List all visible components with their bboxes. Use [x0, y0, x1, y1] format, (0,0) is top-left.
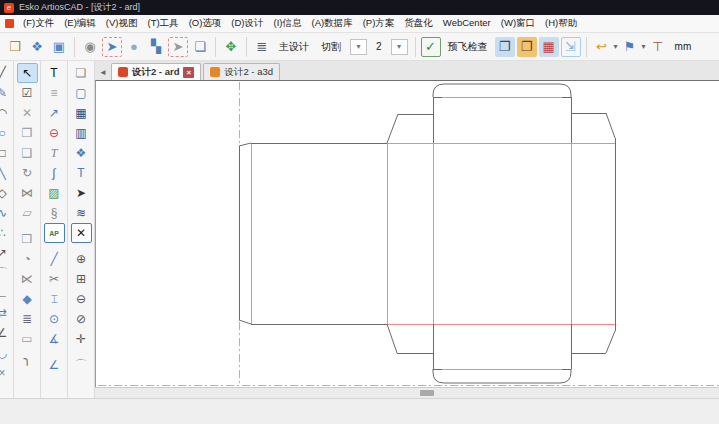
layer-stack-tool[interactable]: ≣ [17, 309, 38, 329]
line-tool[interactable]: ╱ [0, 63, 13, 83]
angle-tool[interactable]: ∠ [0, 323, 13, 343]
scale-combo[interactable]: ▾ [391, 39, 408, 55]
horizontal-scrollbar[interactable] [95, 387, 719, 398]
menu-item-3[interactable]: (T)工具 [142, 15, 183, 30]
scale-tool[interactable]: ▱ [17, 203, 38, 223]
box-3d-tool[interactable]: ◆ [17, 289, 38, 309]
scrollbar-thumb[interactable] [420, 390, 434, 396]
database-info-icon[interactable]: ❏ [190, 37, 210, 57]
flag-dropdown-caret[interactable]: ▾ [642, 42, 646, 51]
dimension-tool[interactable]: ⊖ [44, 123, 65, 143]
menu-item-0[interactable]: (F)文件 [18, 15, 59, 30]
polygon-tool[interactable]: ◇ [0, 183, 13, 203]
cut-line[interactable] [606, 113, 615, 138]
layer-combo[interactable]: ▾ [350, 39, 367, 55]
duplicate-tool[interactable]: ❑ [17, 143, 38, 163]
pencil-tool[interactable]: ✎ [0, 83, 13, 103]
delete-tool[interactable]: ✕ [17, 103, 38, 123]
crease-grid-icon[interactable]: ▦ [539, 37, 559, 57]
menu-item-12[interactable]: (H)帮助 [540, 15, 582, 30]
design-canvas[interactable] [95, 80, 719, 387]
attach-file-tool[interactable]: § [44, 203, 65, 223]
undo-dropdown-caret[interactable]: ▾ [614, 42, 618, 51]
zigzag-rule-tool[interactable]: ≋ [71, 203, 92, 223]
curve-tool[interactable]: ∿ [0, 203, 13, 223]
save-icon[interactable]: ▣ [49, 37, 69, 57]
auto-text-tool[interactable]: AP [44, 223, 65, 243]
menu-item-5[interactable]: (D)设计 [226, 15, 268, 30]
tuck-flap-cut-path[interactable] [433, 84, 571, 97]
zoom-in-tool[interactable]: ⊕ [71, 249, 92, 269]
cut-line[interactable] [239, 320, 251, 324]
convert-to-3d-icon[interactable]: ➤ [102, 37, 122, 57]
multi-select-tool[interactable]: ☑ [17, 83, 38, 103]
cut-line[interactable] [239, 143, 251, 146]
center-point-tool[interactable]: ⊙ [44, 309, 65, 329]
leader-arrow-tool[interactable]: ↗ [44, 103, 65, 123]
bridge-tool[interactable]: ⌶ [44, 289, 65, 309]
arrow-plus-tool[interactable]: ➤ [71, 183, 92, 203]
counter-toggle-icon[interactable]: ❐ [517, 37, 537, 57]
cut-line[interactable] [606, 331, 615, 353]
solid-3d-icon[interactable]: ● [124, 37, 144, 57]
text-tool[interactable]: T [44, 63, 65, 83]
document-tab-1[interactable]: 设计2 - a3d [203, 63, 280, 80]
dimensions-view-icon[interactable]: ▚ [146, 37, 166, 57]
corner-radius-tool[interactable]: ⌒ [71, 355, 92, 375]
import-workspace-icon[interactable]: ❖ [27, 37, 47, 57]
select-3d-icon[interactable]: ➤ [168, 37, 188, 57]
select-tool[interactable]: ↖ [17, 63, 38, 83]
cube-3d-tool[interactable]: ❖ [71, 143, 92, 163]
offset-tool[interactable]: ⇄ [0, 303, 13, 323]
cut-line[interactable] [387, 114, 398, 143]
open-folder-icon[interactable]: ❒ [5, 37, 25, 57]
align-tool[interactable]: ▭ [17, 329, 38, 349]
menu-item-4[interactable]: (O)选项 [184, 15, 227, 30]
menu-item-2[interactable]: (V)视图 [101, 15, 143, 30]
flag-annotation-icon[interactable]: ⚑ [620, 37, 640, 57]
menu-item-10[interactable]: WebCenter [438, 15, 496, 30]
concave-arc-tool[interactable]: ◡ [0, 343, 13, 363]
text-line-tool[interactable]: ∫ [44, 163, 65, 183]
copy-transform-tool[interactable]: ❒ [17, 229, 38, 249]
preflight-icon[interactable]: ✓ [421, 37, 441, 57]
pan-tool[interactable]: ✛ [71, 329, 92, 349]
diagonal-tool[interactable]: ╲ [0, 163, 13, 183]
rotate-arc-tool[interactable]: ◔ [17, 249, 38, 269]
zoom-out-tool[interactable]: ⊖ [71, 289, 92, 309]
menu-item-1[interactable]: (E)编辑 [59, 15, 101, 30]
angle-dimension-tool[interactable]: ∠ [44, 355, 65, 375]
rotate-tool[interactable]: ↻ [17, 163, 38, 183]
corner-tool[interactable]: ∟ [0, 283, 13, 303]
menu-item-7[interactable]: (A)数据库 [307, 15, 358, 30]
layers-icon[interactable]: ≣ [252, 37, 272, 57]
panel-views-tool[interactable]: ▥ [71, 123, 92, 143]
fillet-corner-tool[interactable]: ╮ [17, 349, 38, 369]
text-3d-tool[interactable]: T [71, 163, 92, 183]
measure-line-tool[interactable]: ╱ [44, 249, 65, 269]
mirror-tool[interactable]: ⋈ [17, 183, 38, 203]
arc-tool[interactable]: ◠ [0, 103, 13, 123]
cut-line[interactable] [387, 324, 397, 353]
blend-tool[interactable]: × [0, 363, 13, 383]
fit-view-icon[interactable]: ⇲ [561, 37, 581, 57]
zoom-window-tool[interactable]: ⊞ [71, 269, 92, 289]
document-tab-0[interactable]: 设计2 - ard× [111, 63, 202, 80]
cut-check-tool[interactable]: ✂ [44, 269, 65, 289]
paragraph-tool[interactable]: ≡ [44, 83, 65, 103]
points-tool[interactable]: ∴ [0, 223, 13, 243]
menu-item-9[interactable]: 货盘化 [399, 15, 438, 30]
menu-item-6[interactable]: (I)信息 [269, 15, 307, 30]
synchronize-icon[interactable]: ✥ [221, 37, 241, 57]
new-document-tool[interactable]: ❏ [71, 63, 92, 83]
move-point-tool[interactable]: ↗ [0, 243, 13, 263]
circle-tool[interactable]: ○ [0, 123, 13, 143]
compare-toggle-icon[interactable]: ❐ [495, 37, 515, 57]
view-frame-tool[interactable]: ▢ [71, 83, 92, 103]
hatch-fill-tool[interactable]: ▨ [44, 183, 65, 203]
snapshot-3d-icon[interactable]: ◉ [80, 37, 100, 57]
serif-text-tool[interactable]: T [44, 143, 65, 163]
pin-units-icon[interactable]: ⊤ [648, 37, 668, 57]
close-design-tool[interactable]: ✕ [71, 223, 92, 243]
tab-scroll-left-icon[interactable]: ◄ [97, 68, 111, 80]
